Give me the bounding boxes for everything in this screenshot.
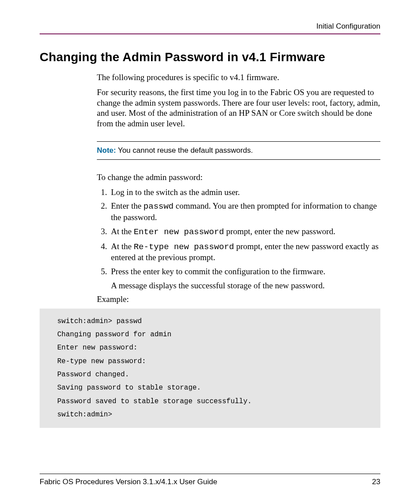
step-1: Log in to the switch as the admin user. [109,187,380,198]
footer-page-number: 23 [372,478,380,486]
note-line: Note: You cannot reuse the default passw… [97,146,380,155]
note-label: Note: [97,146,116,155]
intro-paragraph-2: For security reasons, the first time you… [97,87,380,129]
step-4: At the Re-type new password prompt, ente… [109,241,380,263]
step-5-text: Press the enter key to commit the config… [111,267,325,276]
note-rule-top [97,141,380,142]
header-rule [40,33,380,34]
step-5-followup: A message displays the successful storag… [111,280,380,291]
step-3: At the Enter new password prompt, enter … [109,226,380,238]
step-5: Press the enter key to commit the config… [109,266,380,291]
page: Initial Configuration Changing the Admin… [0,0,420,504]
step-3-text-a: At the [111,227,134,236]
step-2: Enter the passwd command. You are then p… [109,201,380,223]
note-rule-bottom [97,159,380,160]
step-4-text-a: At the [111,242,134,251]
note-text: You cannot reuse the default passwords. [116,146,253,155]
code-block: switch:admin> passwd Changing password f… [40,309,380,428]
steps-lead: To change the admin password: [97,172,380,183]
step-3-text-b: prompt, enter the new password. [224,227,335,236]
page-heading: Changing the Admin Password in v4.1 Firm… [40,50,380,64]
example-label: Example: [97,294,380,304]
step-4-command: Re-type new password [134,242,234,252]
page-footer: Fabric OS Procedures Version 3.1.x/4.1.x… [40,474,380,486]
step-3-command: Enter new password [134,227,224,237]
header-section: Initial Configuration [40,22,380,31]
intro-paragraph-1: The following procedures is specific to … [97,72,380,83]
footer-rule [40,474,380,474]
footer-title: Fabric OS Procedures Version 3.1.x/4.1.x… [40,478,217,486]
steps-list: Log in to the switch as the admin user. … [97,187,380,291]
body-content: The following procedures is specific to … [97,72,380,304]
step-2-command: passwd [144,202,173,211]
step-2-text-a: Enter the [111,201,144,210]
